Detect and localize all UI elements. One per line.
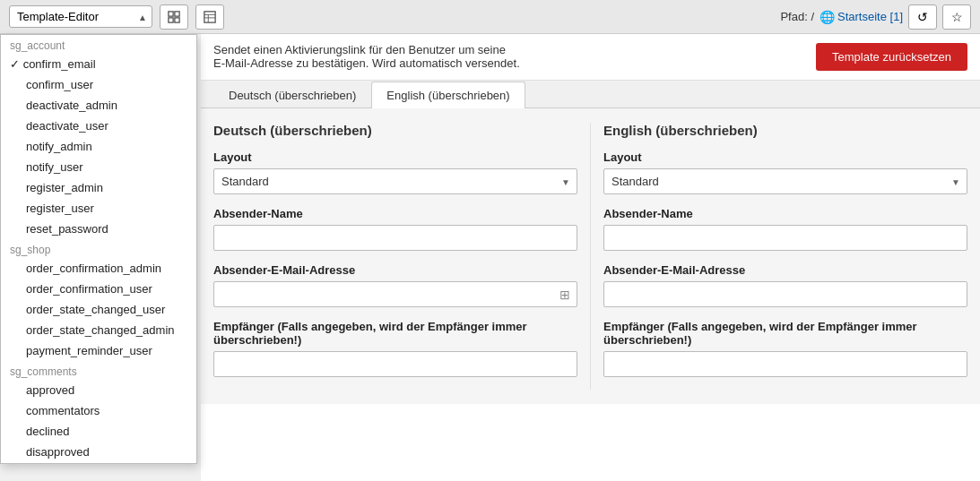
menu-item-reset_password[interactable]: reset_password xyxy=(1,219,196,239)
english-sender-email-input[interactable] xyxy=(603,281,967,307)
globe-icon: 🌐 xyxy=(820,10,835,24)
deutsch-layout-select[interactable]: Standard xyxy=(213,168,577,194)
svg-rect-2 xyxy=(169,17,173,21)
top-bar: Template-Editor ▲ Pfad: / 🌐 Starts xyxy=(0,0,980,34)
deutsch-layout-select-wrapper: Standard xyxy=(213,168,577,194)
star-button[interactable]: ☆ xyxy=(942,4,971,30)
english-sender-email-group: Absender-E-Mail-Adresse xyxy=(603,263,967,307)
group-sg_comments: sg_comments xyxy=(1,361,196,380)
menu-item-commentators[interactable]: commentators xyxy=(1,400,196,421)
group-sg_account: sg_account xyxy=(1,35,196,54)
menu-item-order_confirmation_admin[interactable]: order_confirmation_admin xyxy=(1,258,196,279)
english-sender-name-group: Absender-Name xyxy=(603,207,967,251)
english-layout-select[interactable]: Standard xyxy=(603,168,967,194)
col-english-title: English (überschrieben) xyxy=(603,123,967,138)
info-description: Sendet einen Aktivierungslink für den Be… xyxy=(213,43,520,70)
svg-rect-1 xyxy=(175,11,179,15)
menu-item-register_user[interactable]: register_user xyxy=(1,198,196,219)
col-deutsch: Deutsch (überschrieben) Layout Standard … xyxy=(213,123,590,390)
home-label: Startseite [1] xyxy=(837,10,903,23)
tab-deutsch[interactable]: Deutsch (überschrieben) xyxy=(213,82,371,108)
deutsch-layout-label: Layout xyxy=(213,150,577,164)
menu-item-order_state_changed_admin[interactable]: order_state_changed_admin xyxy=(1,320,196,340)
english-sender-email-label: Absender-E-Mail-Adresse xyxy=(603,263,967,277)
english-recipient-input[interactable] xyxy=(603,351,967,377)
english-layout-select-wrapper: Standard xyxy=(603,168,967,194)
menu-item-deactivate_user[interactable]: deactivate_user xyxy=(1,116,196,136)
table-icon-button[interactable] xyxy=(195,4,224,30)
deutsch-recipient-group: Empfänger (Falls angegeben, wird der Emp… xyxy=(213,320,577,377)
top-bar-right: Pfad: / 🌐 Startseite [1] ↺ ☆ xyxy=(780,4,971,30)
info-box: Sendet einen Aktivierungslink für den Be… xyxy=(201,34,980,81)
template-editor-dropdown-container: Template-Editor ▲ xyxy=(9,5,152,28)
menu-item-order_state_changed_user[interactable]: order_state_changed_user xyxy=(1,299,196,320)
english-sender-name-label: Absender-Name xyxy=(603,207,967,220)
reset-template-button[interactable]: Template zurücksetzen xyxy=(816,43,967,71)
english-recipient-label: Empfänger (Falls angegeben, wird der Emp… xyxy=(603,320,967,347)
menu-item-order_confirmation_user[interactable]: order_confirmation_user xyxy=(1,279,196,299)
grid-icon xyxy=(168,10,180,24)
deutsch-sender-email-group: Absender-E-Mail-Adresse ⊞ xyxy=(213,263,577,307)
english-sender-name-input[interactable] xyxy=(603,225,967,251)
deutsch-sender-email-label: Absender-E-Mail-Adresse xyxy=(213,263,577,277)
menu-item-register_admin[interactable]: register_admin xyxy=(1,177,196,198)
deutsch-layout-group: Layout Standard xyxy=(213,150,577,194)
star-icon: ☆ xyxy=(951,10,963,24)
english-layout-label: Layout xyxy=(603,150,967,164)
english-recipient-group: Empfänger (Falls angegeben, wird der Emp… xyxy=(603,320,967,377)
refresh-button[interactable]: ↺ xyxy=(908,4,937,30)
group-sg_shop: sg_shop xyxy=(1,239,196,258)
menu-item-notify_user[interactable]: notify_user xyxy=(1,157,196,177)
tab-english[interactable]: English (überschrieben) xyxy=(371,82,525,108)
col-deutsch-title: Deutsch (überschrieben) xyxy=(213,123,577,138)
columns: Deutsch (überschrieben) Layout Standard … xyxy=(201,108,980,404)
grid-icon-button[interactable] xyxy=(160,4,188,30)
deutsch-sender-name-label: Absender-Name xyxy=(213,207,577,220)
deutsch-sender-name-group: Absender-Name xyxy=(213,207,577,251)
deutsch-sender-name-input[interactable] xyxy=(213,225,577,251)
english-layout-group: Layout Standard xyxy=(603,150,967,194)
menu-item-payment_reminder_user[interactable]: payment_reminder_user xyxy=(1,340,196,361)
svg-rect-3 xyxy=(175,17,179,21)
template-editor-select[interactable]: Template-Editor xyxy=(9,5,152,28)
email-icon: ⊞ xyxy=(559,288,570,302)
top-bar-left: Template-Editor ▲ xyxy=(9,4,224,30)
menu-item-confirm_email[interactable]: confirm_email xyxy=(1,54,196,74)
menu-item-deactivate_admin[interactable]: deactivate_admin xyxy=(1,95,196,116)
menu-item-disapproved[interactable]: disapproved xyxy=(1,442,196,462)
table-icon xyxy=(204,10,216,24)
col-english: English (überschrieben) Layout Standard … xyxy=(590,123,967,390)
deutsch-recipient-label: Empfänger (Falls angegeben, wird der Emp… xyxy=(213,320,577,347)
refresh-icon: ↺ xyxy=(917,10,928,24)
menu-item-approved[interactable]: approved xyxy=(1,380,196,400)
svg-rect-0 xyxy=(169,11,173,15)
menu-item-declined[interactable]: declined xyxy=(1,421,196,442)
lang-tabs: Deutsch (überschrieben) English (übersch… xyxy=(201,81,980,108)
deutsch-recipient-input[interactable] xyxy=(213,351,577,377)
home-link[interactable]: 🌐 Startseite [1] xyxy=(820,10,903,24)
pfad-label: Pfad: / xyxy=(780,10,814,23)
dropdown-menu: sg_account confirm_email confirm_user de… xyxy=(0,34,197,464)
menu-item-notify_admin[interactable]: notify_admin xyxy=(1,136,196,157)
menu-item-moderator[interactable]: moderator xyxy=(1,462,196,464)
menu-item-confirm_user[interactable]: confirm_user xyxy=(1,74,196,95)
svg-rect-4 xyxy=(204,11,215,21)
deutsch-sender-email-input[interactable] xyxy=(213,281,577,307)
